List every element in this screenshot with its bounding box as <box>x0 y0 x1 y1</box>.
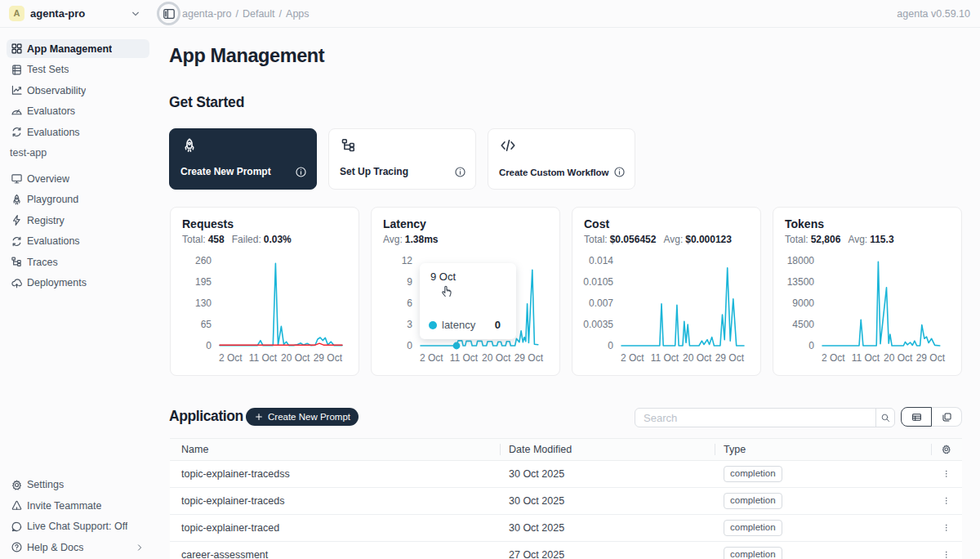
sidebar-item-label: Evaluations <box>27 127 80 138</box>
app-name-cell: career-assessment <box>181 549 268 559</box>
sidebar-item-live-chat-support-off[interactable]: Live Chat Support: Off <box>7 517 149 536</box>
dots-vertical-icon <box>942 496 951 506</box>
sidebar-item-evaluations[interactable]: Evaluations <box>7 232 149 251</box>
rocket-icon <box>181 137 198 154</box>
sidebar-item-label: Registry <box>27 215 65 226</box>
column-header-date-modified[interactable]: Date Modified <box>500 444 715 455</box>
dots-vertical-icon <box>942 469 951 479</box>
chart-card-latency: LatencyAvg:1.38ms0369122 Oct11 Oct20 Oct… <box>371 207 560 376</box>
tooltip-series-name: latency <box>442 319 475 331</box>
table-row[interactable]: topic-explainer-traceds30 Oct 2025comple… <box>170 488 962 515</box>
question-icon <box>11 541 23 553</box>
invite-icon <box>11 499 23 512</box>
row-menu-button[interactable] <box>938 465 956 483</box>
sidebar: App ManagementTest SetsObservabilityEval… <box>0 28 151 559</box>
sidebar-item-label: Playground <box>27 194 78 205</box>
y-axis-tick: 3 <box>407 319 412 330</box>
sidebar-item-test-sets[interactable]: Test Sets <box>7 60 149 79</box>
chart-card-cost: CostTotal:$0.056452Avg:$0.00012300.00350… <box>572 207 761 376</box>
type-badge: completion <box>724 493 782 509</box>
x-axis-tick: 29 Oct <box>715 352 745 364</box>
view-toggle-cards[interactable] <box>932 407 962 427</box>
info-icon[interactable] <box>454 166 466 178</box>
info-icon[interactable] <box>613 166 626 178</box>
get-started-card-create-new-prompt[interactable]: Create New Prompt <box>169 128 317 190</box>
dots-vertical-icon <box>942 550 951 559</box>
x-axis-tick: 20 Oct <box>482 352 511 364</box>
column-header-label: Name <box>181 444 208 455</box>
sidebar-item-label: Settings <box>27 479 64 490</box>
column-header-type[interactable]: Type <box>715 444 931 455</box>
x-axis-tick: 20 Oct <box>281 352 310 364</box>
breadcrumb[interactable]: agenta-pro/Default/Apps <box>182 0 310 28</box>
sidebar-item-label: Traces <box>27 257 58 268</box>
y-axis-tick: 130 <box>195 297 212 309</box>
search-input[interactable] <box>635 409 875 427</box>
sidebar-item-registry[interactable]: Registry <box>7 211 149 230</box>
table-row[interactable]: career-assessment27 Oct 2025completion <box>170 542 962 559</box>
sidebar-item-invite-teammate[interactable]: Invite Teammate <box>7 496 149 515</box>
chart-plot-tokens: 04500900013500180002 Oct11 Oct20 Oct29 O… <box>773 208 963 377</box>
search-box <box>635 408 895 427</box>
chart-line-cost <box>621 268 744 346</box>
hand-pointer-icon <box>440 283 454 298</box>
rocket-icon <box>11 194 23 206</box>
workspace-name: agenta-pro <box>30 0 85 28</box>
sidebar-item-evaluations[interactable]: Evaluations <box>7 123 149 141</box>
tree-structure-icon <box>11 256 23 268</box>
sidebar-item-settings[interactable]: Settings <box>7 476 149 494</box>
sidebar-item-playground[interactable]: Playground <box>7 190 149 209</box>
sidebar-nav-footer: SettingsInvite TeammateLive Chat Support… <box>0 476 151 559</box>
tooltip-series-row: latency0 <box>429 319 501 331</box>
create-new-prompt-label: Create New Prompt <box>268 412 350 422</box>
breadcrumb-item[interactable]: Default <box>243 8 275 20</box>
sidebar-item-overview[interactable]: Overview <box>7 169 149 188</box>
table-body: topic-explainer-tracedss30 Oct 2025compl… <box>170 461 962 559</box>
search-button[interactable] <box>875 409 894 427</box>
breadcrumb-separator: / <box>235 8 238 20</box>
info-icon[interactable] <box>295 166 307 178</box>
get-started-card-set-up-tracing[interactable]: Set Up Tracing <box>328 128 476 190</box>
tree-structure-icon <box>341 137 357 154</box>
table-row[interactable]: topic-explainer-tracedss30 Oct 2025compl… <box>170 461 962 488</box>
sidebar-toggle-button[interactable] <box>163 7 176 20</box>
code-icon <box>500 137 516 154</box>
y-axis-tick: 0.007 <box>589 297 613 309</box>
view-toggle-table[interactable] <box>901 407 932 427</box>
monitor-icon <box>11 172 23 185</box>
y-axis-tick: 18000 <box>787 255 815 266</box>
sidebar-item-label: Observability <box>27 85 86 96</box>
chat-icon <box>11 521 23 533</box>
sidebar-item-help-docs[interactable]: Help & Docs <box>7 538 149 557</box>
column-separator <box>500 444 501 455</box>
table-row[interactable]: topic-explainer-traced30 Oct 2025complet… <box>170 515 962 542</box>
x-axis-tick: 11 Oct <box>651 352 679 364</box>
gear-icon[interactable] <box>938 440 956 458</box>
x-axis-tick: 2 Oct <box>621 352 644 364</box>
y-axis-tick: 65 <box>201 319 212 330</box>
x-axis-tick: 29 Oct <box>314 352 343 364</box>
tooltip-series-value: 0 <box>495 319 501 331</box>
workspace-avatar: A <box>9 6 24 21</box>
sidebar-item-app-management[interactable]: App Management <box>7 39 149 58</box>
breadcrumb-item[interactable]: agenta-pro <box>182 8 231 20</box>
sidebar-item-label: Overview <box>27 173 69 185</box>
row-menu-button[interactable] <box>938 492 956 510</box>
sidebar-item-evaluators[interactable]: Evaluators <box>7 102 149 121</box>
get-started-card-create-custom-workflow[interactable]: Create Custom Workflow <box>488 128 635 190</box>
page-title: App Management <box>169 45 324 67</box>
chart-line-tokens <box>822 262 940 346</box>
sidebar-item-observability[interactable]: Observability <box>7 81 149 100</box>
active-point-marker <box>453 342 461 350</box>
sidebar-item-traces[interactable]: Traces <box>7 253 149 271</box>
y-axis-tick: 0 <box>407 340 412 351</box>
row-menu-button[interactable] <box>938 519 956 537</box>
create-new-prompt-button[interactable]: Create New Prompt <box>246 408 359 426</box>
sidebar-item-deployments[interactable]: Deployments <box>7 274 149 293</box>
column-header-settings <box>931 440 962 458</box>
chart-line-icon <box>11 84 23 96</box>
row-menu-button[interactable] <box>938 546 956 559</box>
workspace-selector[interactable]: A agenta-pro <box>0 0 151 28</box>
breadcrumb-item[interactable]: Apps <box>286 8 310 20</box>
column-header-name[interactable]: Name <box>170 444 500 455</box>
